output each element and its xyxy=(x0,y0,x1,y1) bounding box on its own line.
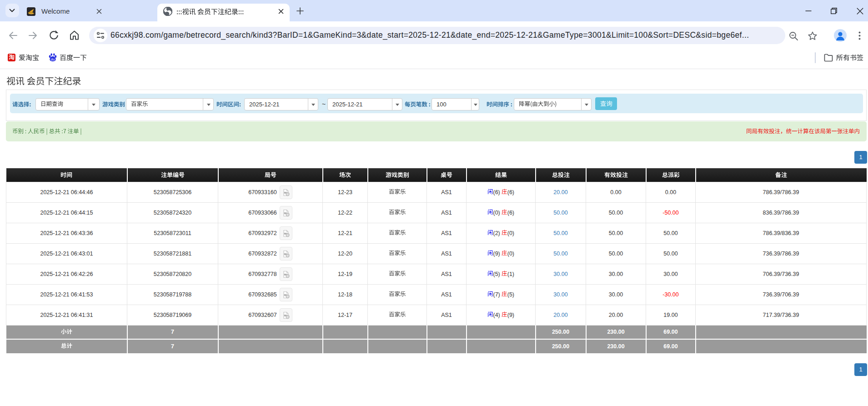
svg-text:du: du xyxy=(51,57,55,61)
